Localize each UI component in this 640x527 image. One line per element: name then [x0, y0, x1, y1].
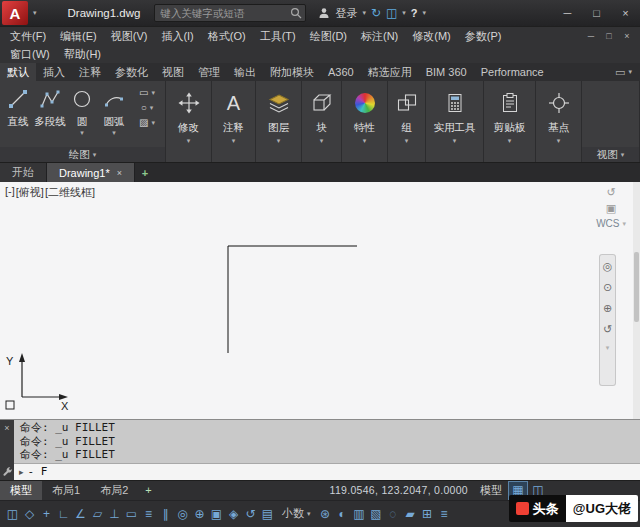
pan-icon[interactable]: ⊙	[603, 281, 612, 294]
doc-close-button[interactable]: ×	[618, 31, 636, 41]
menu-help[interactable]: 帮助(H)	[57, 47, 108, 62]
gizmo-icon[interactable]: ↺	[242, 504, 259, 524]
search-input[interactable]	[155, 7, 290, 19]
menu-view[interactable]: 视图(V)	[104, 29, 155, 44]
menu-format[interactable]: 格式(O)	[201, 29, 253, 44]
minimize-button[interactable]: ─	[553, 0, 582, 26]
model-space-toggle[interactable]: 模型	[480, 481, 502, 500]
view-panel-label[interactable]: 视图 ▾	[582, 147, 639, 162]
menu-modify[interactable]: 修改(M)	[405, 29, 458, 44]
exchange-apps-icon[interactable]: ◫	[386, 6, 397, 20]
close-button[interactable]: ×	[611, 0, 640, 26]
customize-wrench-icon[interactable]	[2, 466, 13, 477]
tab-layout1[interactable]: 布局1	[42, 481, 90, 500]
osnap-3d-icon[interactable]: ⊕	[191, 504, 208, 524]
snap-mode-icon[interactable]: ◫	[4, 504, 21, 524]
annotation-monitor-icon[interactable]: ◐	[334, 504, 351, 524]
osnap-tracking-icon[interactable]: ⊥	[106, 504, 123, 524]
tab-annotate[interactable]: 注释	[72, 63, 108, 81]
dynamic-ucs-icon[interactable]: ▣	[208, 504, 225, 524]
dynamic-input-icon[interactable]: +	[38, 504, 55, 524]
tab-manage[interactable]: 管理	[191, 63, 227, 81]
selection-filtering-icon[interactable]: ◈	[225, 504, 242, 524]
infer-constraints-icon[interactable]: ◇	[21, 504, 38, 524]
menu-tools[interactable]: 工具(T)	[253, 29, 303, 44]
wcs-dropdown[interactable]: WCS ▾	[596, 218, 626, 229]
help-icon[interactable]: ?	[411, 7, 418, 19]
polyline-tool-button[interactable]: 多段线	[34, 83, 66, 147]
menu-edit[interactable]: 编辑(E)	[53, 29, 104, 44]
help-chevron-icon[interactable]: ▾	[423, 9, 427, 17]
tab-featured-apps[interactable]: 精选应用	[361, 63, 419, 81]
tab-model[interactable]: 模型	[0, 481, 42, 500]
tab-close-icon[interactable]: ×	[117, 168, 122, 178]
vertical-scrollbar[interactable]	[633, 182, 640, 419]
workspace-switching-icon[interactable]: ⊛	[317, 504, 334, 524]
doc-restore-button[interactable]: □	[600, 31, 618, 41]
chevron-down-icon[interactable]: ▾	[112, 129, 116, 137]
polar-tracking-icon[interactable]: ∠	[72, 504, 89, 524]
a360-sync-icon[interactable]: ↻	[371, 6, 381, 20]
navigation-wheel-icon[interactable]: ◎	[603, 260, 613, 273]
draw-panel-label[interactable]: 绘图 ▾	[0, 147, 165, 162]
lock-ui-icon[interactable]: ◌	[385, 504, 402, 524]
tab-performance[interactable]: Performance	[474, 63, 551, 81]
hatch-tool-button[interactable]: ▨ ▾	[130, 117, 164, 128]
circle-tool-button[interactable]: 圆 ▾	[66, 83, 98, 147]
tab-a360[interactable]: A360	[321, 63, 361, 81]
app-menu-chevron-icon[interactable]: ▾	[28, 9, 42, 17]
isometric-drafting-icon[interactable]: ▱	[89, 504, 106, 524]
customization-icon[interactable]: ≡	[436, 504, 453, 524]
object-snap-icon[interactable]: ▭	[123, 504, 140, 524]
tab-addins[interactable]: 附加模块	[263, 63, 321, 81]
quick-properties-icon[interactable]: ▧	[368, 504, 385, 524]
drawn-lines[interactable]	[0, 182, 640, 419]
search-icon[interactable]	[290, 7, 302, 19]
panel-basepoint[interactable]: 基点 ▾	[536, 81, 582, 162]
selection-cycling-icon[interactable]: ◎	[174, 504, 191, 524]
panel-layers[interactable]: 图层 ▾	[256, 81, 302, 162]
viewport-view-control[interactable]: [俯视]	[16, 185, 44, 200]
arc-tool-button[interactable]: 圆弧 ▾	[98, 83, 130, 147]
panel-clipboard[interactable]: 剪贴板 ▾	[484, 81, 536, 162]
tab-bim360[interactable]: BIM 360	[419, 63, 474, 81]
viewcube-face-icon[interactable]: ▣	[606, 202, 616, 215]
scrollbar-thumb[interactable]	[634, 252, 639, 322]
ortho-mode-icon[interactable]: ∟	[55, 504, 72, 524]
navbar-more-icon[interactable]: ▾	[606, 344, 610, 352]
menu-parametric[interactable]: 参数(P)	[458, 29, 509, 44]
viewport-visual-style-control[interactable]: [二维线框]	[45, 185, 95, 200]
menu-window[interactable]: 窗口(W)	[3, 47, 57, 62]
command-input[interactable]	[28, 465, 640, 478]
menu-dimension[interactable]: 标注(N)	[354, 29, 405, 44]
annotation-scale-button[interactable]: 小数 ▾	[282, 506, 311, 521]
panel-utilities[interactable]: 实用工具 ▾	[426, 81, 484, 162]
viewport-menu-control[interactable]: [-]	[5, 185, 15, 200]
ellipse-tool-button[interactable]: ○ ▾	[130, 102, 164, 113]
menu-draw[interactable]: 绘图(D)	[303, 29, 354, 44]
command-close-icon[interactable]: ×	[4, 423, 9, 433]
orbit-icon[interactable]: ↺	[603, 323, 612, 336]
sign-in-chevron-icon[interactable]: ▾	[362, 9, 366, 17]
lineweight-icon[interactable]: ≡	[140, 504, 157, 524]
tab-start[interactable]: 开始	[0, 163, 47, 182]
tab-drawing1[interactable]: Drawing1* ×	[47, 163, 135, 182]
panel-block[interactable]: 块 ▾	[302, 81, 342, 162]
maximize-button[interactable]: □	[582, 0, 611, 26]
tab-output[interactable]: 输出	[227, 63, 263, 81]
viewcube-home-icon[interactable]: ↺	[606, 186, 615, 199]
new-layout-button[interactable]: +	[138, 481, 158, 500]
graphics-performance-icon[interactable]: ⊞	[419, 504, 436, 524]
tab-parametric[interactable]: 参数化	[108, 63, 155, 81]
panel-annotate[interactable]: A 注释 ▾	[212, 81, 256, 162]
transparency-icon[interactable]: ∥	[157, 504, 174, 524]
menu-file[interactable]: 文件(F)	[3, 29, 53, 44]
annotation-visibility-icon[interactable]: ▤	[259, 504, 276, 524]
app-logo-button[interactable]: A	[2, 1, 28, 25]
rectangle-tool-button[interactable]: ▭ ▾	[130, 87, 164, 98]
apps-chevron-icon[interactable]: ▾	[402, 9, 406, 17]
tab-default[interactable]: 默认	[0, 63, 36, 81]
doc-minimize-button[interactable]: ─	[582, 31, 600, 41]
new-drawing-button[interactable]: +	[135, 163, 155, 182]
tab-view[interactable]: 视图	[155, 63, 191, 81]
